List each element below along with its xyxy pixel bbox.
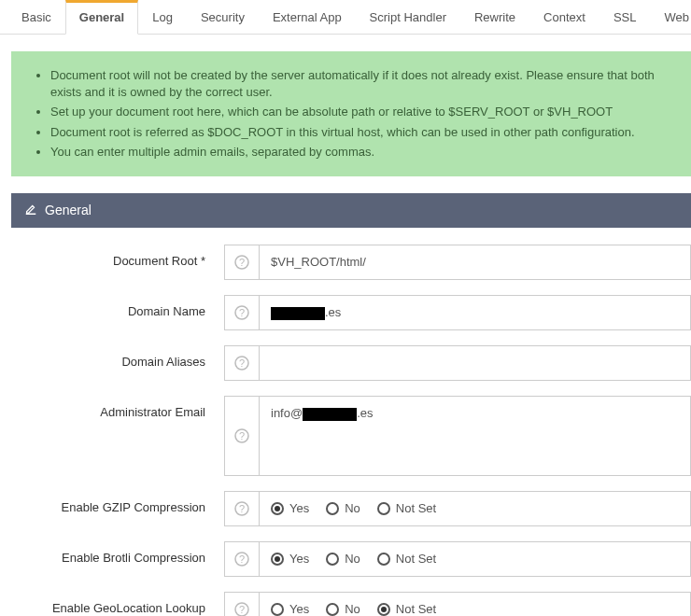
info-notice: Document root will not be created by the…: [11, 51, 691, 176]
svg-text:?: ?: [239, 307, 245, 318]
admin-email-input[interactable]: info@.es: [260, 396, 691, 476]
geo-label: Enable GeoLocation Lookup: [11, 592, 224, 615]
svg-text:?: ?: [239, 357, 245, 369]
tab-log[interactable]: Log: [138, 0, 187, 35]
tab-context[interactable]: Context: [529, 0, 599, 35]
radio-option-yes[interactable]: Yes: [271, 602, 309, 616]
radio-option-not-set[interactable]: Not Set: [377, 602, 436, 616]
radio-label: No: [345, 552, 360, 566]
tab-web-socket-pr[interactable]: Web Socket Pr: [650, 0, 691, 35]
radio-icon: [271, 603, 284, 616]
svg-text:?: ?: [239, 604, 245, 615]
radio-label: Yes: [289, 602, 309, 616]
radio-icon: [326, 553, 339, 566]
notice-item: Document root is referred as $DOC_ROOT i…: [50, 124, 674, 141]
svg-text:?: ?: [239, 430, 245, 441]
tab-external-app[interactable]: External App: [259, 0, 356, 35]
radio-label: Not Set: [396, 552, 436, 566]
general-panel: General Document Root * ? $VH_ROOT/html/…: [11, 193, 691, 616]
radio-option-not-set[interactable]: Not Set: [377, 552, 436, 566]
help-icon[interactable]: ?: [224, 592, 260, 616]
help-icon[interactable]: ?: [224, 295, 260, 330]
help-icon[interactable]: ?: [224, 345, 260, 381]
docroot-label: Document Root *: [11, 245, 224, 268]
redacted-text: [303, 408, 357, 421]
radio-label: No: [345, 501, 360, 515]
tab-general[interactable]: General: [65, 0, 138, 35]
svg-text:?: ?: [239, 553, 245, 565]
tab-rewrite[interactable]: Rewrite: [460, 0, 529, 35]
radio-icon: [377, 603, 390, 616]
aliases-label: Domain Aliases: [11, 345, 224, 369]
admin-email-label: Administrator Email: [11, 396, 224, 419]
edit-icon: [24, 203, 37, 218]
tab-ssl[interactable]: SSL: [599, 0, 651, 35]
svg-text:?: ?: [239, 257, 245, 268]
radio-label: Yes: [289, 552, 309, 566]
domain-label: Domain Name: [11, 295, 224, 318]
form: Document Root * ? $VH_ROOT/html/ Domain …: [11, 228, 691, 616]
tab-basic[interactable]: Basic: [7, 0, 65, 35]
panel-header: General: [11, 193, 691, 228]
docroot-input[interactable]: $VH_ROOT/html/: [260, 245, 691, 280]
radio-label: No: [345, 602, 360, 616]
help-icon[interactable]: ?: [224, 245, 260, 280]
brotli-label: Enable Brotli Compression: [11, 541, 224, 565]
tab-script-handler[interactable]: Script Handler: [356, 0, 460, 35]
help-icon[interactable]: ?: [224, 541, 260, 577]
notice-item: You can enter multiple admin emails, sep…: [50, 144, 674, 161]
aliases-input[interactable]: [260, 345, 691, 381]
gzip-radiogroup: YesNoNot Set: [260, 491, 691, 526]
panel-title: General: [45, 203, 92, 217]
radio-icon: [377, 502, 390, 515]
radio-label: Yes: [289, 501, 309, 515]
radio-icon: [326, 502, 339, 515]
tabs-bar: BasicGeneralLogSecurityExternal AppScrip…: [0, 0, 691, 35]
geo-radiogroup: YesNoNot Set: [260, 592, 691, 616]
domain-input[interactable]: .es: [260, 295, 691, 330]
radio-icon: [271, 553, 284, 566]
help-icon[interactable]: ?: [224, 491, 260, 526]
svg-text:?: ?: [239, 503, 245, 514]
notice-item: Document root will not be created by the…: [50, 67, 674, 101]
radio-option-yes[interactable]: Yes: [271, 501, 309, 515]
radio-label: Not Set: [396, 501, 436, 515]
radio-option-yes[interactable]: Yes: [271, 552, 309, 566]
radio-option-no[interactable]: No: [326, 602, 360, 616]
radio-label: Not Set: [396, 602, 436, 616]
radio-icon: [271, 502, 284, 515]
radio-option-no[interactable]: No: [326, 552, 360, 566]
notice-item: Set up your document root here, which ca…: [50, 104, 674, 120]
brotli-radiogroup: YesNoNot Set: [260, 541, 691, 577]
redacted-text: [271, 307, 325, 320]
radio-option-no[interactable]: No: [326, 501, 360, 515]
help-icon[interactable]: ?: [224, 396, 260, 476]
radio-option-not-set[interactable]: Not Set: [377, 501, 436, 515]
radio-icon: [326, 603, 339, 616]
radio-icon: [377, 553, 390, 566]
gzip-label: Enable GZIP Compression: [11, 491, 224, 514]
tab-security[interactable]: Security: [187, 0, 259, 35]
